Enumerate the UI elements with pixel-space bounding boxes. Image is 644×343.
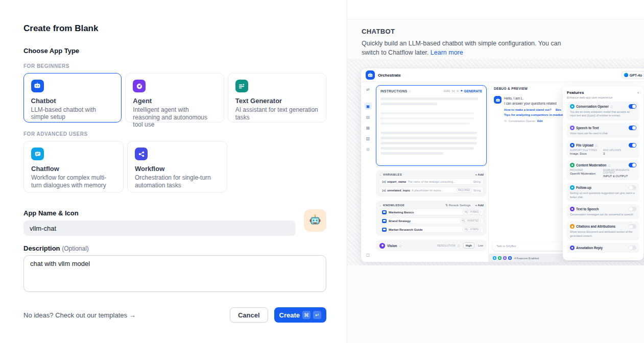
- info-icon: ⓘ: [399, 244, 401, 247]
- close-icon: ×: [637, 90, 639, 95]
- card-agent-title: Agent: [133, 97, 216, 105]
- robot-emoji-icon: [308, 213, 322, 228]
- rail-note-icon: ▧: [365, 135, 372, 142]
- knowledge-row: Marketing Basics HQ · HYBRID: [379, 209, 484, 215]
- generate-button: ✦ GENERATE: [460, 89, 482, 93]
- rail-web-icon: ◎: [365, 145, 372, 153]
- toggle-off: [629, 224, 636, 229]
- variable-row: {x} expert_name The name of the strategi…: [379, 178, 484, 185]
- info-icon: ⓘ: [409, 89, 411, 92]
- feature-item: Speech to Text Voice input can be used i…: [567, 123, 639, 138]
- mock-knowledge-section: ⌄ KNOWLEDGE ⇅ Rerank Settings + Add Mark…: [376, 201, 487, 236]
- page-title: Create from Blank: [23, 0, 326, 34]
- mock-chat-input: Talk to DifyBot: [493, 242, 570, 251]
- rail-swap-icon: ⇄: [365, 86, 372, 93]
- beginner-cards-row: Chatbot LLM-based chatbot with simple se…: [23, 73, 326, 122]
- toggle-on: [629, 163, 636, 167]
- card-agent[interactable]: Agent Intelligent agent with reasoning a…: [125, 73, 224, 122]
- toggle-on: [629, 143, 636, 148]
- mock-app-robot-icon: [366, 70, 375, 80]
- orchestrate-preview-image: Orchestrate GPT-4o CHAT ◉ ⚙ ⌄ ⇅ Publish▾…: [361, 68, 644, 262]
- chatbot-icon: [31, 80, 44, 92]
- mock-instructions-panel: INSTRUCTIONS ⓘ 2182 {x} ⧉ ✦ GENERATE: [376, 85, 487, 166]
- suggested-question: How to make a brand stand out? Bes: [504, 108, 563, 111]
- app-name-label: App Name & Icon: [23, 209, 326, 217]
- card-chatbot-title: Chatbot: [31, 97, 114, 105]
- annotation-reply-icon: [570, 246, 575, 250]
- rail-doc-icon: ▦: [365, 124, 372, 131]
- create-button[interactable]: Create ⌘ ↵: [274, 307, 326, 323]
- info-icon: ⓘ: [458, 244, 460, 247]
- text-generator-icon: [235, 80, 248, 92]
- feature-item: Follow-up Setting up next questions sugg…: [567, 183, 639, 202]
- chat-greeting: Hello, I am L. I can answer your questio…: [504, 96, 563, 106]
- mock-topbar: Orchestrate GPT-4o CHAT ◉ ⚙ ⌄ ⇅ Publish▾…: [361, 68, 644, 82]
- feature-dot-icon: [498, 256, 502, 260]
- preview-heading: CHATBOT: [362, 28, 630, 35]
- rail-image-icon: ▤: [365, 113, 372, 120]
- feature-item: Annotation Reply: [567, 243, 639, 253]
- cancel-button[interactable]: Cancel: [230, 307, 268, 323]
- enter-key-icon: ↵: [313, 311, 321, 319]
- model-icon: [624, 73, 628, 77]
- mock-model-selector: GPT-4o CHAT ◉ ⚙: [621, 71, 644, 79]
- advanced-cards-row: Chatflow Workflow for complex multi-turn…: [23, 141, 326, 192]
- feature-dot-icon: [508, 256, 512, 260]
- advanced-section-label: FOR ADVANCED USERS: [23, 131, 326, 137]
- skeleton-line: [380, 112, 474, 115]
- knowledge-add-button: + Add: [475, 204, 484, 207]
- card-chatbot-desc: LLM-based chatbot with simple setup: [31, 106, 114, 121]
- feature-dot-icon: [493, 256, 496, 260]
- char-count: 2182: [443, 89, 450, 92]
- choose-app-type-label: Choose App Type: [23, 47, 326, 55]
- learn-more-link[interactable]: Learn more: [431, 49, 463, 56]
- description-textarea[interactable]: chat with vllm model: [23, 255, 326, 292]
- variable-row: {x} unrelated_topic A placeholder for to…: [379, 187, 484, 193]
- conversation-opener-row: ⟲ Conversation Opener Edit: [504, 119, 563, 122]
- feature-item: Citations and Attributions Show source d…: [567, 222, 639, 240]
- required-badge: REQUIRED: [457, 188, 472, 192]
- mock-left-rail: ⇄ ▣ ▤ ▦ ▧ ◎ ◻: [361, 82, 375, 262]
- chevron-down-icon: ⌄: [379, 173, 381, 176]
- arrow-right-icon: →: [129, 311, 136, 319]
- resolution-low-option: Low: [478, 244, 483, 247]
- sparkle-icon: ✦: [460, 89, 463, 93]
- mock-vision-row: Vision ⓘ RESOLUTION ⓘ High Low: [376, 240, 487, 251]
- feature-item: Content Moderation ⓘ PROVIDER OpenAI Mod…: [567, 160, 639, 180]
- toggle-off: [629, 207, 636, 211]
- file-upload-icon: [570, 143, 575, 148]
- templates-link[interactable]: No ideas? Check out our templates →: [23, 311, 136, 319]
- create-app-modal: Create from Blank Choose App Type FOR BE…: [0, 0, 347, 343]
- feature-item: File Upload ⓘ SUPPORT FILE TYPES Image, …: [567, 140, 639, 158]
- toggle-off: [629, 246, 636, 250]
- chat-robot-avatar: [494, 96, 502, 104]
- skeleton-line: [380, 142, 477, 144]
- preview-image-zone: Orchestrate GPT-4o CHAT ◉ ⚙ ⌄ ⇅ Publish▾…: [347, 59, 644, 265]
- instructions-title: INSTRUCTIONS: [380, 89, 407, 93]
- card-chatbot[interactable]: Chatbot LLM-based chatbot with simple se…: [23, 73, 122, 122]
- variable-icon: {x}: [452, 89, 455, 92]
- dataset-icon: [382, 228, 387, 232]
- refresh-icon: ⟲: [504, 119, 507, 122]
- description-section: Description (Optional) chat with vllm mo…: [23, 244, 326, 294]
- rerank-settings-button: ⇅ Rerank Settings: [445, 203, 470, 207]
- card-workflow-desc: Orchestration for single-turn automation…: [135, 174, 220, 189]
- knowledge-row: Market Research Guide HQ · HYBRID: [379, 226, 484, 233]
- card-workflow[interactable]: Workflow Orchestration for single-turn a…: [127, 141, 227, 192]
- card-chatflow[interactable]: Chatflow Workflow for complex multi-turn…: [23, 141, 124, 192]
- beginners-section-label: FOR BEGINNERS: [23, 63, 326, 69]
- agent-icon: [133, 80, 146, 92]
- skeleton-line: [380, 103, 437, 105]
- card-text-generator[interactable]: Text Generator AI assistant for text gen…: [228, 73, 326, 122]
- citations-icon: [570, 224, 575, 229]
- app-name-input[interactable]: [23, 220, 296, 236]
- feature-item: Conversation Opener ⓘ You are an entity …: [567, 102, 639, 120]
- rail-bottom-icon: ◻: [365, 251, 372, 258]
- skeleton-line: [380, 147, 474, 150]
- speech-to-text-icon: [570, 126, 575, 130]
- feature-item: Text to Speech Conversation messages can…: [567, 204, 639, 219]
- rail-prompt-icon: ▣: [365, 103, 372, 110]
- app-icon-picker-button[interactable]: [304, 209, 326, 232]
- card-chatflow-title: Chatflow: [31, 165, 116, 173]
- chevron-down-icon: ⌄: [379, 203, 381, 207]
